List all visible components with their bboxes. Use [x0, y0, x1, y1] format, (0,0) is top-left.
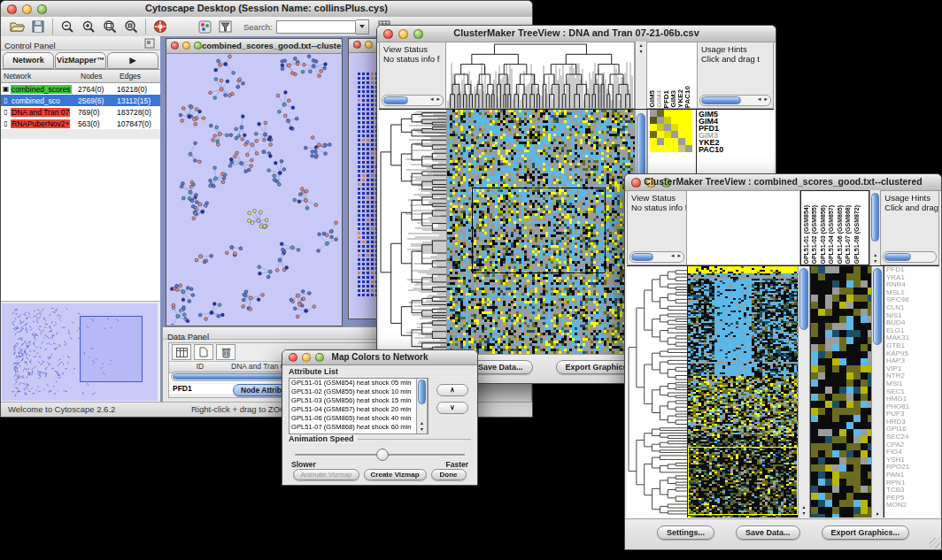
close-button[interactable]	[353, 41, 361, 49]
save-icon[interactable]	[27, 18, 49, 35]
treeview2-window: ClusterMaker TreeView : combined_scores_…	[624, 173, 942, 550]
tv1-column-labels: GIM5GIM4PFD1GIM3YKE2PAC10	[647, 42, 698, 109]
tv2-gene-list: PFD1YRA1RNR4MSL1SPC98CLN1NIS1BUD4ELG1MAK…	[884, 266, 939, 518]
tv2-footer-button[interactable]: Save Data...	[736, 525, 800, 540]
tv2-column-label[interactable]: GPL51-06 (GSM865)	[836, 205, 845, 265]
network-table-row[interactable]: ▯ DNA and Tran 07 769(0) 183728(0)	[1, 106, 160, 118]
attribute-select-icon[interactable]	[172, 344, 191, 360]
animate-vizmap-button[interactable]: Animate Vizmap	[293, 469, 359, 480]
zoom-fit-icon[interactable]	[99, 18, 120, 35]
faster-label: Faster	[445, 460, 468, 469]
done-button[interactable]: Done	[431, 469, 467, 480]
treeview1-title-bar[interactable]: ClusterMaker TreeView : DNA and Tran 07-…	[377, 26, 776, 42]
tv1-view-status-title: View Status	[380, 42, 445, 54]
attribute-list-item[interactable]: GPL51-03 (GSM856) heat shock 15 min	[291, 396, 428, 405]
tv1-usage-hints-text: Click and drag t	[698, 54, 773, 64]
search-dropdown-button[interactable]	[356, 19, 369, 35]
slower-label: Slower	[291, 460, 316, 469]
attribute-list-item[interactable]: GPL51-04 (GSM857) heat shock 20 min	[291, 405, 428, 414]
create-vizmap-button[interactable]: Create Vizmap	[364, 469, 427, 480]
tv1-hints-hscrollbar[interactable]: ◂ ▸	[699, 95, 771, 106]
gene-label[interactable]: MON2	[884, 502, 939, 510]
tv2-usage-hints-text: Click and drag	[881, 203, 938, 212]
attribute-list-item[interactable]: GPL51-01 (GSM854) heat shock 05 min	[291, 379, 428, 387]
network-file-icon: ▣	[1, 85, 11, 93]
tv2-column-label[interactable]: GPL51-01 (GSM854)	[802, 205, 811, 265]
tv1-row-dendrogram[interactable]	[379, 110, 447, 354]
dialog-title-bar[interactable]: Map Colors to Network	[282, 350, 477, 365]
animation-speed-slider[interactable]	[295, 450, 465, 459]
tv2-column-label[interactable]: GPL51-02 (GSM855)	[810, 205, 819, 265]
treeview1-title: ClusterMaker TreeView : DNA and Tran 07-…	[377, 27, 776, 38]
tv1-column-label[interactable]: PAC10	[684, 86, 691, 108]
search-input[interactable]	[276, 20, 356, 34]
control-panel-tab[interactable]: Network	[3, 52, 54, 69]
network-window1-title: combined_scores_good.txt--cluste...	[166, 41, 342, 50]
map-colors-dialog: Map Colors to Network Attribute List GPL…	[282, 349, 478, 486]
col-header-nodes[interactable]: Nodes	[81, 72, 120, 81]
tv2-column-label[interactable]: GPL51-04 (GSM857)	[827, 205, 836, 265]
tv2-heatmap-vscrollbar[interactable]: ▴▾	[798, 266, 810, 518]
network-table-row[interactable]: ▣ combined_scores 2764(0) 16218(0)	[1, 83, 160, 95]
attribute-list-vscrollbar[interactable]: ▴▾	[416, 379, 428, 433]
dialog-title: Map Colors to Network	[282, 352, 477, 362]
filter-icon[interactable]	[215, 18, 236, 35]
network-table-row[interactable]: ▯ RNAPuberNov2+ 563(0) 107847(0)	[1, 118, 160, 129]
tv2-status-hscrollbar[interactable]: ◂ ▸	[629, 251, 684, 263]
tv2-column-label[interactable]: GPL51-08 (GSM872)	[853, 205, 861, 265]
tv1-heatmap[interactable]	[447, 110, 635, 354]
zoom-out-icon[interactable]	[57, 18, 78, 35]
tv2-column-label[interactable]: GPL51-07 (GSM868)	[844, 205, 853, 265]
network-tree-table: ▣ combined_scores 2764(0) 16218(0) ▯ com…	[1, 83, 160, 129]
minimize-button[interactable]	[365, 41, 373, 49]
network-file-icon: ▯	[1, 96, 11, 104]
desktop: Cytoscape Desktop (Session Name: collins…	[0, 0, 942, 560]
tv2-footer: Settings...Save Data...Export Graphics..…	[625, 518, 941, 549]
zoom-in-icon[interactable]	[78, 18, 99, 35]
tv1-zoom-heatmap[interactable]	[650, 110, 692, 152]
tv2-column-labels: GPL51-01 (GSM854)GPL51-02 (GSM855)GPL51-…	[800, 190, 869, 265]
tv2-zoom-heatmap[interactable]	[810, 266, 871, 518]
network-table-row[interactable]: ▯ combined_sco 2569(6) 13112(15)	[1, 95, 160, 106]
network-canvas[interactable]	[166, 54, 340, 325]
new-attribute-icon[interactable]	[194, 344, 213, 360]
tv2-row-dendrogram[interactable]	[627, 266, 688, 518]
tv2-column-label[interactable]: GPL51-03 (GSM856)	[819, 205, 828, 265]
tv1-column-dendrogram[interactable]	[446, 42, 635, 109]
tv2-footer-button[interactable]: Settings...	[657, 525, 714, 540]
vizmapper-icon[interactable]	[194, 18, 215, 35]
main-title-bar[interactable]: Cytoscape Desktop (Session Name: collins…	[1, 1, 532, 18]
animation-speed-label: Animation Speed	[289, 434, 358, 443]
treeview2-title-bar[interactable]: ClusterMaker TreeView : combined_scores_…	[625, 174, 941, 191]
tv1-status-hscrollbar[interactable]: ◂ ▸	[382, 95, 444, 106]
open-file-icon[interactable]	[6, 18, 27, 35]
network-file-icon: ▯	[1, 108, 11, 116]
treeview2-title: ClusterMaker TreeView : combined_scores_…	[625, 176, 941, 187]
tv2-footer-button[interactable]: Export Graphics...	[822, 525, 910, 540]
control-panel-tab[interactable]: VizMapper™	[55, 52, 106, 69]
attribute-listbox[interactable]: GPL51-01 (GSM854) heat shock 05 minGPL51…	[289, 378, 429, 434]
control-panel-title: Control Panel	[1, 41, 56, 50]
tv2-hints-hscrollbar[interactable]	[883, 251, 937, 263]
tv1-row-label[interactable]: PAC10	[697, 146, 774, 153]
col-header-edges[interactable]: Edges	[120, 72, 160, 81]
control-panel: Control Panel Network VizMapper™ ▶	[1, 36, 161, 403]
tv1-view-status-text: No status info f	[380, 54, 445, 64]
control-panel-tab[interactable]: ▶	[107, 52, 158, 69]
tv2-labels-vscrollbar[interactable]: ▴▾	[869, 190, 881, 265]
attribute-list-item[interactable]: GPL51-02 (GSM855) heat shock 10 min	[291, 387, 428, 396]
zoom-selected-icon[interactable]	[120, 18, 142, 35]
birdseye-view[interactable]	[2, 303, 158, 401]
help-lifesaver-icon[interactable]	[150, 18, 171, 35]
attribute-list-item[interactable]: GPL51-07 (GSM868) heat shock 60 min	[291, 423, 428, 432]
delete-attribute-icon[interactable]	[216, 344, 236, 360]
slider-thumb[interactable]	[376, 449, 389, 461]
tv2-heatmap[interactable]	[688, 266, 798, 518]
float-panel-icon[interactable]	[139, 35, 160, 52]
chevron-down-icon	[359, 25, 365, 28]
col-header-network[interactable]: Network	[1, 72, 81, 81]
move-up-button[interactable]: ∧	[436, 384, 468, 396]
move-down-button[interactable]: ∨	[436, 402, 468, 414]
attribute-list-item[interactable]: GPL51-06 (GSM865) heat shock 40 min	[291, 414, 428, 423]
tv2-zoom-vscrollbar[interactable]: ▴	[871, 266, 884, 518]
